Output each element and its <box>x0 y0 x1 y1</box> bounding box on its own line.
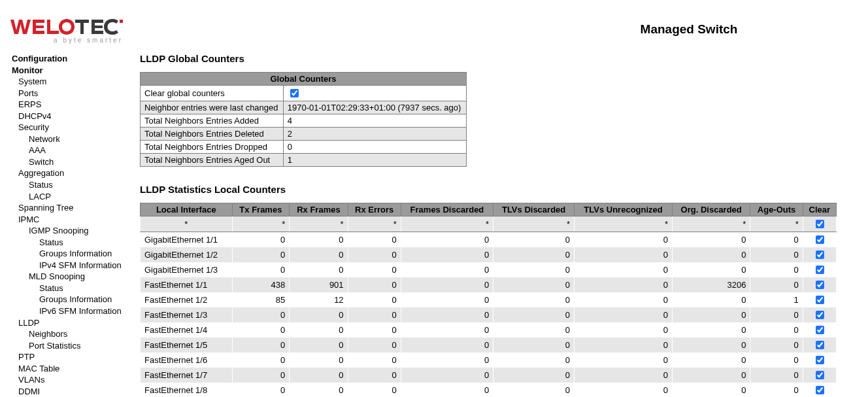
cell-clear[interactable] <box>803 353 836 368</box>
nav-vlans[interactable]: VLANs <box>12 374 140 386</box>
cell-iface: FastEthernet 1/5 <box>141 337 233 353</box>
nav-igmp-groups[interactable]: Groups Information <box>12 248 140 260</box>
nav-mac-table[interactable]: MAC Table <box>12 363 140 375</box>
dropped-value: 0 <box>283 141 466 154</box>
clear-row-checkbox[interactable] <box>816 281 824 289</box>
clear-row-checkbox[interactable] <box>816 235 824 244</box>
clear-row-checkbox[interactable] <box>816 386 824 394</box>
cell-fdisc: 0 <box>401 383 493 397</box>
summary-odisc: * <box>673 216 750 232</box>
cell-iface: FastEthernet 1/8 <box>141 383 233 397</box>
clear-row-checkbox[interactable] <box>816 371 824 379</box>
nav-agg-status[interactable]: Status <box>12 179 140 191</box>
nav-igmp-snooping[interactable]: IGMP Snooping <box>12 225 140 237</box>
nav-configuration[interactable]: Configuration <box>12 53 140 65</box>
clear-global-checkbox[interactable] <box>290 89 299 97</box>
deleted-value: 2 <box>283 128 466 141</box>
cell-age: 0 <box>750 247 803 262</box>
nav-mld-groups[interactable]: Groups Information <box>12 294 140 305</box>
cell-rx: 12 <box>290 292 348 307</box>
cell-age: 0 <box>750 383 803 397</box>
cell-clear[interactable] <box>803 292 836 307</box>
clear-row-checkbox[interactable] <box>816 266 824 274</box>
table-row: FastEthernet 1/700000000 <box>141 368 837 383</box>
last-changed-value: 1970-01-01T02:29:33+01:00 (7937 secs. ag… <box>283 101 466 114</box>
cell-iface: FastEthernet 1/6 <box>141 353 233 368</box>
nav-dhcpv4[interactable]: DHCPv4 <box>12 111 140 122</box>
summary-tunrec: * <box>575 216 673 232</box>
nav-security-switch[interactable]: Switch <box>12 156 140 168</box>
cell-tdisc: 0 <box>493 353 575 368</box>
cell-clear[interactable] <box>803 262 836 277</box>
nav-lldp-port-statistics[interactable]: Port Statistics <box>12 340 140 352</box>
nav-lldp[interactable]: LLDP <box>12 317 140 329</box>
nav-mld-status[interactable]: Status <box>12 283 140 294</box>
clear-all-checkbox[interactable] <box>816 220 824 228</box>
nav-igmp-sfm[interactable]: IPv4 SFM Information <box>12 260 140 271</box>
nav-spanning-tree[interactable]: Spanning Tree <box>12 202 140 214</box>
cell-tx: 85 <box>232 292 290 307</box>
nav-security-network[interactable]: Network <box>12 133 140 145</box>
nav-ipmc[interactable]: IPMC <box>12 214 140 226</box>
nav-security-aaa[interactable]: AAA <box>12 145 140 156</box>
global-counters-heading: LLDP Global Counters <box>140 53 855 64</box>
cell-odisc: 0 <box>673 232 750 248</box>
cell-rx: 901 <box>290 277 348 292</box>
summary-fdisc: * <box>401 216 493 232</box>
clear-row-checkbox[interactable] <box>816 341 824 349</box>
cell-fdisc: 0 <box>401 322 493 337</box>
clear-row-checkbox[interactable] <box>816 296 824 304</box>
nav-erps[interactable]: ERPS <box>12 99 140 111</box>
nav-monitor[interactable]: Monitor <box>12 65 140 77</box>
cell-tx: 0 <box>232 353 290 368</box>
cell-clear[interactable] <box>803 368 836 383</box>
nav-ports[interactable]: Ports <box>12 88 140 99</box>
table-row: GigabitEthernet 1/300000000 <box>141 262 837 277</box>
summary-rx: * <box>290 216 348 232</box>
cell-tdisc: 0 <box>493 292 575 307</box>
col-rx: Rx Frames <box>290 203 348 216</box>
nav-agg-lacp[interactable]: LACP <box>12 191 140 203</box>
dropped-label: Total Neighbors Entries Dropped <box>141 141 284 154</box>
clear-row-checkbox[interactable] <box>816 311 824 319</box>
nav-ddmi[interactable]: DDMI <box>12 386 140 397</box>
aged-out-label: Total Neighbors Entries Aged Out <box>141 154 284 167</box>
cell-rxerr: 0 <box>348 353 401 368</box>
nav-lldp-neighbors[interactable]: Neighbors <box>12 328 140 340</box>
cell-tunrec: 0 <box>575 277 673 292</box>
cell-rxerr: 0 <box>348 262 401 277</box>
cell-clear[interactable] <box>803 307 836 322</box>
cell-odisc: 0 <box>673 368 750 383</box>
cell-odisc: 0 <box>673 307 750 322</box>
summary-clear[interactable] <box>803 216 836 232</box>
cell-clear[interactable] <box>803 247 836 262</box>
col-tunrec: TLVs Unrecognized <box>575 203 673 216</box>
nav-igmp-status[interactable]: Status <box>12 237 140 249</box>
col-rxerr: Rx Errors <box>348 203 401 216</box>
clear-row-checkbox[interactable] <box>816 356 824 364</box>
table-row: FastEthernet 1/400000000 <box>141 322 837 337</box>
nav-aggregation[interactable]: Aggregation <box>12 167 140 179</box>
cell-clear[interactable] <box>803 322 836 337</box>
cell-rxerr: 0 <box>348 232 401 248</box>
cell-clear[interactable] <box>803 277 836 292</box>
cell-fdisc: 0 <box>401 232 493 248</box>
cell-clear[interactable] <box>803 383 836 397</box>
nav-security[interactable]: Security <box>12 122 140 133</box>
nav-ptp[interactable]: PTP <box>12 351 140 363</box>
cell-age: 0 <box>750 307 803 322</box>
cell-iface: GigabitEthernet 1/1 <box>141 232 233 248</box>
nav-system[interactable]: System <box>12 76 140 88</box>
cell-tdisc: 0 <box>493 247 575 262</box>
cell-clear[interactable] <box>803 232 836 248</box>
col-fdisc: Frames Discarded <box>401 203 493 216</box>
clear-row-checkbox[interactable] <box>816 326 824 334</box>
cell-age: 0 <box>750 322 803 337</box>
cell-clear[interactable] <box>803 337 836 353</box>
nav-mld-snooping[interactable]: MLD Snooping <box>12 271 140 283</box>
nav-mld-sfm[interactable]: IPv6 SFM Information <box>12 305 140 317</box>
col-odisc: Org. Discarded <box>673 203 750 216</box>
cell-odisc: 3206 <box>673 277 750 292</box>
clear-row-checkbox[interactable] <box>816 250 824 259</box>
cell-odisc: 0 <box>673 322 750 337</box>
